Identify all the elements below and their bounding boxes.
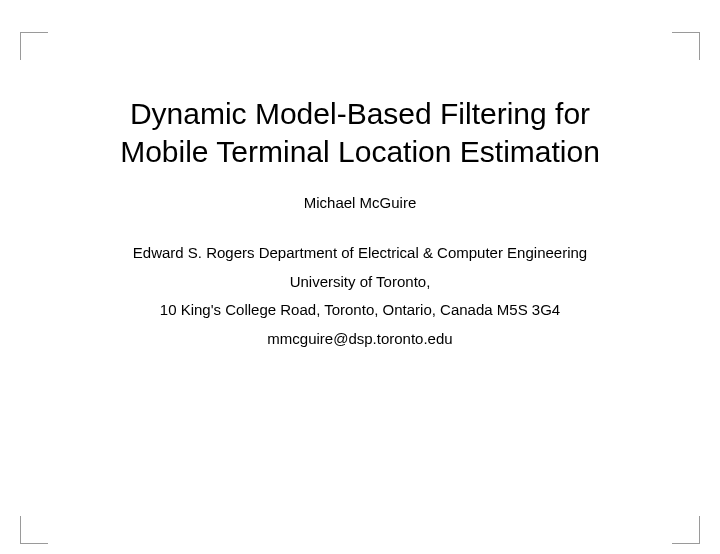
slide-content: Dynamic Model-Based Filtering for Mobile… [0, 95, 720, 353]
address: 10 King's College Road, Toronto, Ontario… [40, 296, 680, 325]
university: University of Toronto, [40, 268, 680, 297]
slide-title: Dynamic Model-Based Filtering for Mobile… [40, 95, 680, 170]
affiliation-block: Edward S. Rogers Department of Electrica… [40, 239, 680, 353]
author-name: Michael McGuire [40, 194, 680, 211]
corner-bottom-left [20, 516, 48, 544]
department: Edward S. Rogers Department of Electrica… [40, 239, 680, 268]
corner-top-left [20, 32, 48, 60]
corner-top-right [672, 32, 700, 60]
title-line-2: Mobile Terminal Location Estimation [120, 135, 600, 168]
title-line-1: Dynamic Model-Based Filtering for [130, 97, 590, 130]
email: mmcguire@dsp.toronto.edu [40, 325, 680, 354]
corner-bottom-right [672, 516, 700, 544]
